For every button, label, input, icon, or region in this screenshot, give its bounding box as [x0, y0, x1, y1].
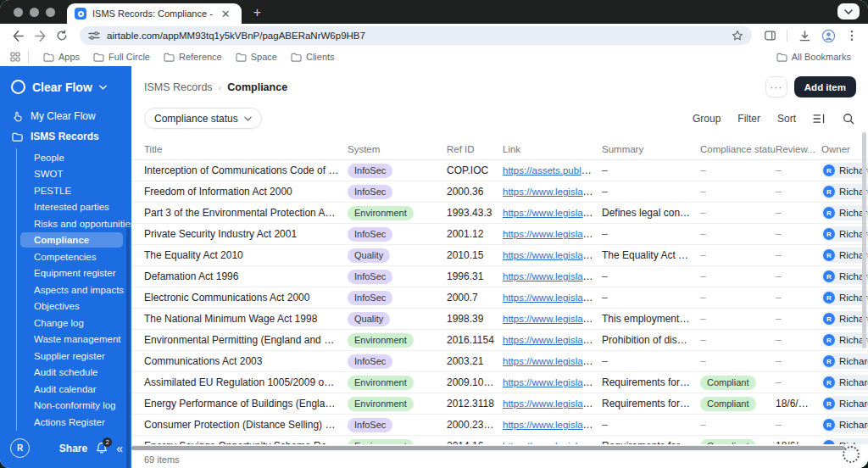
- site-settings-icon[interactable]: [88, 31, 100, 41]
- back-icon[interactable]: [8, 26, 27, 45]
- url-bar[interactable]: airtable.com/appMM93tq1y5kVBnP/pagABERaN…: [80, 26, 752, 45]
- forward-icon[interactable]: [31, 26, 49, 45]
- column-header[interactable]: Review...: [776, 144, 821, 154]
- column-header[interactable]: Owner: [821, 144, 868, 154]
- bookmark-item[interactable]: Clients: [284, 52, 342, 62]
- sidebar-scrollbar[interactable]: [126, 223, 130, 468]
- table-row[interactable]: Energy Savings Opportunity Scheme Regula…: [131, 436, 868, 444]
- all-bookmarks[interactable]: All Bookmarks: [770, 52, 858, 62]
- browser-menu-icon[interactable]: [843, 26, 861, 45]
- window-controls[interactable]: [0, 0, 67, 24]
- table-row[interactable]: Electronic Communications Act 2000 InfoS…: [131, 287, 868, 309]
- sidebar-sub-item[interactable]: Supplier register: [20, 348, 123, 364]
- sidebar-sub-item[interactable]: Compliance: [20, 232, 123, 248]
- sidebar-sub-item[interactable]: Audit schedule: [20, 365, 123, 380]
- table-row[interactable]: Energy Performance of Buildings (England…: [131, 393, 868, 415]
- user-avatar[interactable]: R: [10, 438, 30, 458]
- sidebar-sub-item[interactable]: Audit calendar: [20, 382, 123, 397]
- column-header[interactable]: System: [348, 144, 447, 154]
- record-link[interactable]: https://www.legislation.g...: [503, 207, 602, 219]
- record-link[interactable]: https://www.legislation.g...: [503, 186, 602, 198]
- breadcrumb-parent[interactable]: ISMS Records: [144, 81, 213, 93]
- table-row[interactable]: Assimilated EU Regulation 1005/2009 on s…: [131, 372, 868, 393]
- more-options-button[interactable]: ···: [765, 76, 787, 98]
- horizontal-scrollbar[interactable]: [131, 445, 860, 451]
- table-row[interactable]: Freedom of Information Act 2000 InfoSec …: [131, 181, 868, 203]
- bookmark-item[interactable]: Apps: [36, 52, 86, 62]
- record-link[interactable]: https://www.legislation.g...: [503, 249, 602, 261]
- table-row[interactable]: Defamation Act 1996 InfoSec 1996.31 http…: [131, 266, 868, 287]
- record-link[interactable]: https://www.legislation.g...: [503, 228, 602, 240]
- cell-owner: R Richard: [821, 396, 868, 411]
- sidebar-sub-item[interactable]: Competencies: [20, 249, 123, 265]
- table-row[interactable]: Interception of Communications Code of P…: [131, 160, 868, 181]
- sidebar-sub-item[interactable]: Non-conformity log: [20, 398, 123, 413]
- new-tab-button[interactable]: +: [242, 6, 261, 24]
- sidebar-sub-item[interactable]: Risks and opportunities: [20, 216, 123, 231]
- sidebar-item-my-clear-flow[interactable]: My Clear Flow: [0, 106, 131, 126]
- side-panel-icon[interactable]: [760, 26, 779, 45]
- sidebar-sub-item[interactable]: People: [20, 150, 123, 165]
- record-link[interactable]: https://www.legislation.g...: [503, 355, 602, 367]
- column-header[interactable]: Link: [503, 144, 602, 154]
- table-row[interactable]: Consumer Protection (Distance Selling) R…: [131, 415, 868, 436]
- table-row[interactable]: Communications Act 2003 InfoSec 2003.21 …: [131, 351, 868, 372]
- tab-close-icon[interactable]: ✕: [219, 7, 233, 21]
- bookmark-item[interactable]: Space: [229, 52, 284, 62]
- record-link[interactable]: https://assets.publishing...: [503, 164, 602, 176]
- table-row[interactable]: Private Security Industry Act 2001 InfoS…: [131, 224, 868, 245]
- sidebar-sub-item[interactable]: Change log: [20, 315, 123, 331]
- table-row[interactable]: The Equality Act 2010 Quality 2010.15 ht…: [131, 245, 868, 266]
- bookmark-item[interactable]: Reference: [157, 52, 229, 62]
- tab-search-chevron[interactable]: [837, 3, 860, 20]
- column-header[interactable]: Summary: [602, 144, 700, 154]
- bookmark-item[interactable]: Full Circle: [86, 52, 157, 62]
- column-header[interactable]: Title: [144, 144, 348, 154]
- notifications-button[interactable]: 2: [96, 442, 108, 454]
- record-link[interactable]: https://www.legislation.g...: [503, 292, 602, 304]
- apps-grid-icon[interactable]: [10, 52, 20, 62]
- sidebar-sub-item[interactable]: PESTLE: [20, 183, 123, 198]
- vertical-scrollbar[interactable]: [862, 132, 866, 348]
- table-row[interactable]: The National Minimum Wage Act 1998 Quali…: [131, 309, 868, 330]
- record-link[interactable]: https://www.legislation.g...: [503, 313, 602, 325]
- downloads-icon[interactable]: [795, 26, 814, 45]
- minimize-window-icon[interactable]: [30, 8, 39, 17]
- close-window-icon[interactable]: [14, 8, 23, 17]
- cell-title: Energy Savings Opportunity Scheme Regula…: [144, 440, 348, 444]
- record-link[interactable]: https://www.legislation.g...: [503, 398, 602, 410]
- sidebar-sub-item[interactable]: Equipment register: [20, 265, 123, 281]
- sidebar-sub-item[interactable]: Objectives: [20, 298, 123, 314]
- column-header[interactable]: Compliance status: [700, 144, 776, 154]
- sidebar-sub-item[interactable]: SWOT: [20, 166, 123, 181]
- column-header[interactable]: Ref ID: [447, 144, 503, 154]
- table-row[interactable]: Part 3 of the Environmental Protection A…: [131, 203, 868, 224]
- workspace-switcher[interactable]: Clear Flow: [0, 66, 131, 106]
- share-button[interactable]: Share: [59, 443, 87, 454]
- url-text[interactable]: airtable.com/appMM93tq1y5kVBnP/pagABERaN…: [107, 31, 725, 41]
- sidebar-sub-item[interactable]: Aspects and impacts: [20, 282, 123, 298]
- browser-tab[interactable]: ISMS Records: Compliance - ✕: [67, 3, 242, 24]
- sidebar-sub-item[interactable]: Actions Register: [20, 415, 123, 430]
- sort-button[interactable]: Sort: [777, 113, 796, 125]
- record-link[interactable]: https://www.legislation.g...: [503, 334, 602, 346]
- group-button[interactable]: Group: [693, 113, 721, 125]
- bookmark-star-icon[interactable]: [732, 30, 743, 42]
- sidebar-item-isms-records[interactable]: ISMS Records: [0, 126, 131, 147]
- record-link[interactable]: https://www.legislation.g...: [503, 270, 602, 282]
- maximize-window-icon[interactable]: [46, 8, 55, 17]
- record-link[interactable]: https://www.legislation.g...: [503, 440, 602, 444]
- add-item-button[interactable]: Add item: [794, 76, 856, 98]
- sidebar-sub-item[interactable]: Interested parties: [20, 199, 123, 214]
- profile-avatar-icon[interactable]: [819, 26, 837, 45]
- compliance-status-filter-chip[interactable]: Compliance status: [144, 108, 262, 129]
- row-height-icon[interactable]: [813, 114, 826, 124]
- record-link[interactable]: https://www.legislation.g...: [503, 376, 602, 388]
- filter-button[interactable]: Filter: [737, 113, 760, 125]
- sidebar-sub-item[interactable]: Waste management: [20, 332, 123, 347]
- table-row[interactable]: Environmental Permitting (England and Wa…: [131, 330, 868, 351]
- collapse-sidebar-icon[interactable]: «: [116, 442, 123, 455]
- record-link[interactable]: https://www.legislation.g...: [503, 419, 602, 431]
- search-icon[interactable]: [843, 113, 854, 125]
- reload-icon[interactable]: [53, 26, 71, 45]
